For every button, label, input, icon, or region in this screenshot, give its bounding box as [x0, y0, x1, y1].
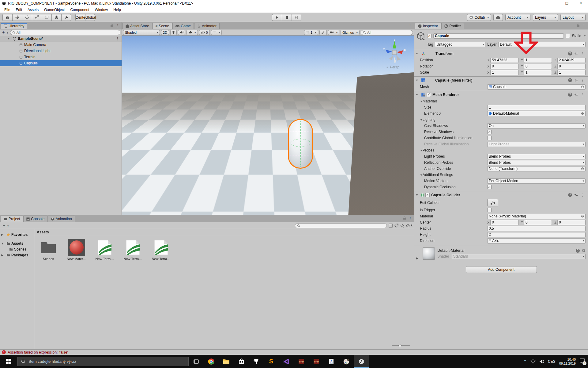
transform-header[interactable]: ▼ Transform ?⋮: [414, 50, 588, 57]
gizmos-dropdown[interactable]: Gizmos▾: [341, 30, 360, 35]
layout-dropdown[interactable]: Layout▾: [560, 14, 586, 21]
scene-grid-dropdown[interactable]: ▾: [211, 30, 222, 35]
hand-tool-button[interactable]: [2, 14, 12, 21]
unity-taskbar-icon[interactable]: [354, 355, 369, 368]
wifi-icon[interactable]: [530, 359, 536, 363]
scene-search-input[interactable]: All: [361, 30, 413, 35]
scene-canvas[interactable]: y x z ◄Persp: [122, 36, 414, 215]
visual-studio-icon[interactable]: [279, 355, 294, 368]
asset-item-new-terrain-2[interactable]: New Terra…: [122, 239, 144, 261]
console-status-message[interactable]: Assertion failed on expression: 'false': [8, 350, 68, 355]
scale-z-field[interactable]: 1: [557, 70, 586, 75]
foldout-arrow-icon[interactable]: ▼: [7, 37, 11, 40]
static-dropdown-arrow-icon[interactable]: ▾: [584, 34, 586, 37]
hierarchy-item-capsule[interactable]: Capsule: [0, 60, 122, 66]
scene-visibility-button[interactable]: 0: [199, 30, 210, 35]
presets-icon[interactable]: [574, 79, 578, 82]
foldout-arrow-icon[interactable]: ▼: [416, 93, 420, 96]
tree-item-packages[interactable]: ▶Packages: [0, 252, 34, 258]
start-button[interactable]: [0, 355, 17, 368]
materials-size-field[interactable]: 1: [487, 105, 586, 110]
rotation-x-field[interactable]: 0: [490, 64, 518, 69]
cloud-button[interactable]: [493, 14, 503, 21]
pivot-global-button[interactable]: Global: [85, 14, 95, 21]
close-button[interactable]: ✕: [574, 0, 588, 7]
presets-icon[interactable]: [574, 52, 578, 56]
add-component-button[interactable]: Add Component: [466, 266, 537, 273]
collider-center-x-field[interactable]: 0: [490, 220, 518, 225]
gear-icon[interactable]: [582, 249, 586, 252]
component-menu-icon[interactable]: ⋮: [580, 93, 586, 97]
object-picker-icon[interactable]: ⊙: [581, 85, 584, 89]
scene-options-icon[interactable]: ⋮: [115, 36, 120, 41]
object-picker-icon[interactable]: ⊙: [581, 214, 584, 218]
minimize-button[interactable]: —: [546, 0, 560, 7]
collider-height-field[interactable]: 2: [487, 232, 586, 237]
scale-tool-button[interactable]: [32, 14, 42, 21]
layer-dropdown[interactable]: Default▾: [498, 42, 586, 47]
rotation-z-field[interactable]: 0: [557, 64, 586, 69]
foldout-arrow-icon[interactable]: ▼: [416, 79, 420, 82]
scene-camera-dropdown[interactable]: ▾: [328, 30, 340, 35]
foldout-arrow-icon[interactable]: ▼: [416, 194, 420, 197]
tab-animator[interactable]: Animator: [194, 23, 220, 29]
tree-item-assets[interactable]: ▼Assets: [0, 240, 34, 246]
hierarchy-item-directional-light[interactable]: Directional Light: [0, 48, 122, 54]
help-icon[interactable]: ?: [568, 52, 572, 56]
snap-settings-button[interactable]: [319, 30, 327, 35]
motion-vectors-dropdown[interactable]: Per Object Motion▾: [487, 178, 586, 184]
rotate-tool-button[interactable]: [22, 14, 32, 21]
object-name-field[interactable]: Capsule: [433, 33, 564, 39]
panel-menu-icon[interactable]: ⋮: [581, 24, 587, 28]
panel-menu-icon[interactable]: ⋮: [408, 217, 413, 221]
step-button[interactable]: [292, 14, 301, 21]
object-picker-icon[interactable]: ⊙: [581, 167, 584, 171]
menu-component[interactable]: Component: [68, 7, 92, 13]
foldout-arrow-icon[interactable]: ▶: [1, 233, 5, 236]
collider-center-z-field[interactable]: 0: [557, 220, 586, 225]
menu-file[interactable]: File: [2, 7, 13, 13]
move-tool-button[interactable]: [12, 14, 22, 21]
tag-dropdown[interactable]: Untagged▾: [435, 42, 485, 47]
component-menu-icon[interactable]: ⋮: [580, 78, 586, 82]
scale-x-field[interactable]: 1: [490, 70, 518, 75]
tab-profiler[interactable]: Profiler: [441, 23, 464, 29]
lock-icon[interactable]: [110, 24, 113, 28]
foldout-arrow-icon[interactable]: ▶: [416, 257, 420, 260]
material-thumbnail[interactable]: [423, 247, 435, 260]
search-by-type-icon[interactable]: [389, 224, 393, 228]
hierarchy-item-main-camera[interactable]: Main Camera: [0, 42, 122, 48]
scene-orientation-gizmo[interactable]: y x z: [379, 38, 410, 66]
scene-audio-button[interactable]: [178, 30, 185, 35]
capsule-object-selected[interactable]: [288, 119, 313, 169]
rotation-y-field[interactable]: 0: [524, 64, 552, 69]
tab-project[interactable]: Project: [1, 216, 23, 222]
asset-item-scenes-folder[interactable]: Scenes: [37, 239, 59, 261]
gameobject-cube-icon[interactable]: [416, 31, 425, 40]
volume-icon[interactable]: [539, 359, 544, 364]
rect-tool-button[interactable]: [42, 14, 51, 21]
tab-hierarchy[interactable]: Hierarchy: [1, 23, 27, 29]
asset-item-new-material[interactable]: New Mater…: [66, 239, 88, 261]
menu-help[interactable]: Help: [111, 7, 123, 13]
foldout-arrow-icon[interactable]: ▼: [1, 242, 5, 245]
create-add-button[interactable]: ＋▾: [2, 223, 9, 228]
hierarchy-scene-row[interactable]: ▼ SampleScene* ⋮: [0, 36, 122, 42]
contribute-gi-checkbox[interactable]: [487, 136, 492, 140]
shading-mode-dropdown[interactable]: Shaded▾: [123, 30, 160, 35]
tree-item-scenes[interactable]: Scenes: [0, 246, 34, 252]
tab-scene[interactable]: #Scene: [153, 23, 172, 29]
collab-dropdown[interactable]: Collab▾: [467, 14, 491, 21]
status-bar[interactable]: ! Assertion failed on expression: 'false…: [0, 349, 588, 355]
grid-snap-dropdown[interactable]: 1▾: [304, 30, 318, 35]
foldout-arrow-icon[interactable]: ▼: [416, 52, 420, 55]
help-icon[interactable]: ?: [568, 93, 572, 97]
help-icon[interactable]: ?: [568, 78, 572, 82]
capsule-collider-header[interactable]: ▼ ✓ Capsule Collider ?⋮: [414, 191, 588, 198]
cast-shadows-dropdown[interactable]: On▾: [487, 123, 586, 128]
anchor-override-field[interactable]: None (Transform)⊙: [487, 166, 586, 171]
menu-gameobject[interactable]: GameObject: [42, 7, 67, 13]
foldout-arrow-icon[interactable]: ▼: [420, 174, 423, 177]
dynamic-occlusion-checkbox[interactable]: ✓: [487, 185, 492, 189]
create-add-button[interactable]: ＋▾: [1, 30, 8, 35]
